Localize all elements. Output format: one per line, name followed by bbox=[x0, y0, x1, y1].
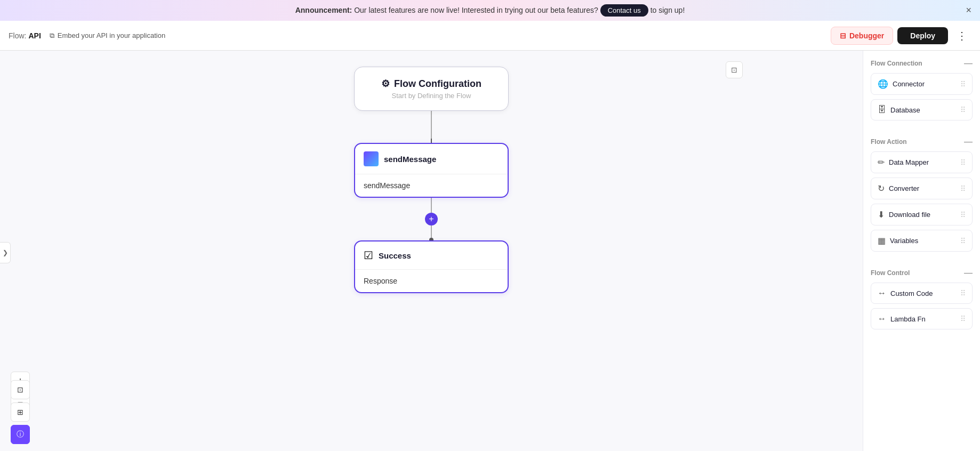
flow-action-section: Flow Action — ✏ Data Mapper ⠿ ↻ Converte… bbox=[863, 129, 980, 260]
custom-code-icon: ↔ bbox=[878, 288, 886, 298]
download-file-label: Download file bbox=[889, 211, 930, 219]
node-success-header: ☑ Success bbox=[355, 241, 508, 270]
header: Flow: API ⧉ Embed your API in your appli… bbox=[0, 21, 980, 51]
flow-control-title: Flow Control bbox=[871, 269, 910, 277]
flow-action-header: Flow Action — bbox=[871, 138, 973, 146]
converter-label: Converter bbox=[889, 184, 919, 192]
flow-connection-section: Flow Connection — 🌐 Connector ⠿ 🗄 Databa… bbox=[863, 51, 980, 129]
copy-icon: ⧉ bbox=[50, 31, 54, 40]
node-action-card[interactable]: sendMessage sendMessage bbox=[354, 143, 509, 198]
connector-drag-icon: ⠿ bbox=[960, 80, 966, 88]
node-action-icon bbox=[364, 151, 379, 166]
announcement-bar: Announcement: Our latest features are no… bbox=[0, 0, 980, 21]
database-drag-icon: ⠿ bbox=[960, 106, 966, 114]
flow-name: API bbox=[28, 31, 41, 40]
converter-item[interactable]: ↻ Converter ⠿ bbox=[871, 178, 973, 199]
announcement-text: Announcement: Our latest features are no… bbox=[295, 4, 685, 17]
main-area: ❯ ⊡ ⚙ Flow Configuration Start by Defini… bbox=[0, 51, 980, 451]
debugger-button[interactable]: ⊟ Debugger bbox=[831, 27, 893, 45]
data-mapper-item[interactable]: ✏ Data Mapper ⠿ bbox=[871, 151, 973, 173]
embed-link[interactable]: ⧉ Embed your API in your application bbox=[50, 31, 165, 40]
custom-code-label: Custom Code bbox=[890, 289, 933, 297]
contact-us-button[interactable]: Contact us bbox=[600, 4, 648, 17]
node-config-card[interactable]: ⚙ Flow Configuration Start by Defining t… bbox=[354, 67, 509, 111]
variables-icon: ▦ bbox=[878, 236, 886, 246]
variables-drag-icon: ⠿ bbox=[960, 237, 966, 245]
node-action-header: sendMessage bbox=[355, 144, 508, 174]
node-action-title: sendMessage bbox=[384, 155, 436, 164]
flow-control-header: Flow Control — bbox=[871, 269, 973, 277]
flow-connection-header: Flow Connection — bbox=[871, 59, 973, 68]
flow-action-title: Flow Action bbox=[871, 138, 907, 146]
flow-label: Flow: API bbox=[9, 31, 41, 40]
database-label: Database bbox=[890, 106, 920, 114]
download-file-item[interactable]: ⬇ Download file ⠿ bbox=[871, 204, 973, 226]
deploy-button[interactable]: Deploy bbox=[897, 27, 948, 44]
announcement-close-button[interactable]: × bbox=[966, 5, 971, 16]
send-message-node[interactable]: sendMessage sendMessage bbox=[354, 143, 509, 198]
data-mapper-label: Data Mapper bbox=[889, 158, 929, 166]
info-button[interactable]: ⓘ bbox=[11, 425, 30, 444]
gear-icon: ⚙ bbox=[381, 78, 390, 90]
add-node-button[interactable]: + bbox=[425, 213, 438, 226]
flow-control-section: Flow Control — ↔ Custom Code ⠿ ↔ Lambda … bbox=[863, 260, 980, 338]
connector-line-2: + bbox=[431, 198, 432, 240]
grid-view-button[interactable]: ⊞ bbox=[11, 402, 30, 422]
flow-connection-collapse[interactable]: — bbox=[964, 59, 973, 68]
more-options-button[interactable]: ⋮ bbox=[952, 27, 971, 44]
node-success-body: Response bbox=[355, 270, 508, 292]
custom-code-drag-icon: ⠿ bbox=[960, 289, 966, 297]
flow-canvas: ⚙ Flow Configuration Start by Defining t… bbox=[0, 51, 863, 451]
data-mapper-drag-icon: ⠿ bbox=[960, 158, 966, 167]
database-item[interactable]: 🗄 Database ⠿ bbox=[871, 99, 973, 120]
node-success-label: Response bbox=[364, 277, 397, 285]
panel-expand-button[interactable]: ⊡ bbox=[726, 61, 743, 78]
header-actions: ⊟ Debugger Deploy ⋮ bbox=[831, 27, 971, 45]
variables-item[interactable]: ▦ Variables ⠿ bbox=[871, 230, 973, 252]
lambda-fn-icon: ↔ bbox=[878, 314, 886, 324]
custom-code-item[interactable]: ↔ Custom Code ⠿ bbox=[871, 283, 973, 304]
success-icon: ☑ bbox=[364, 249, 373, 262]
node-config-subtitle: Start by Defining the Flow bbox=[371, 92, 492, 100]
data-mapper-icon: ✏ bbox=[878, 157, 885, 167]
connector-globe-icon: 🌐 bbox=[878, 79, 888, 89]
converter-drag-icon: ⠿ bbox=[960, 184, 966, 193]
flow-action-collapse[interactable]: — bbox=[964, 138, 973, 146]
node-success-title: Success bbox=[379, 251, 411, 260]
download-file-drag-icon: ⠿ bbox=[960, 211, 966, 219]
connector-item[interactable]: 🌐 Connector ⠿ bbox=[871, 73, 973, 95]
variables-label: Variables bbox=[890, 237, 918, 245]
node-action-body: sendMessage bbox=[355, 174, 508, 197]
lambda-fn-label: Lambda Fn bbox=[890, 315, 926, 323]
connector-label: Connector bbox=[893, 80, 925, 88]
success-node[interactable]: ☑ Success Response bbox=[354, 240, 509, 293]
connector-line-1 bbox=[431, 111, 432, 143]
converter-icon: ↻ bbox=[878, 183, 885, 194]
flow-control-collapse[interactable]: — bbox=[964, 269, 973, 277]
node-success-card[interactable]: ☑ Success Response bbox=[354, 240, 509, 293]
database-icon: 🗄 bbox=[878, 105, 886, 115]
left-panel-toggle[interactable]: ❯ bbox=[0, 242, 11, 263]
svg-point-1 bbox=[431, 139, 432, 143]
lambda-fn-drag-icon: ⠿ bbox=[960, 315, 966, 323]
node-config-title: ⚙ Flow Configuration bbox=[371, 78, 492, 90]
debugger-icon: ⊟ bbox=[840, 31, 846, 40]
bottom-controls: ⊡ ⊞ ⓘ bbox=[11, 380, 30, 444]
canvas: ❯ ⊡ ⚙ Flow Configuration Start by Defini… bbox=[0, 51, 863, 451]
flow-connection-title: Flow Connection bbox=[871, 60, 922, 67]
right-panel: Flow Connection — 🌐 Connector ⠿ 🗄 Databa… bbox=[863, 51, 980, 451]
flow-config-node[interactable]: ⚙ Flow Configuration Start by Defining t… bbox=[354, 67, 509, 111]
node-action-label: sendMessage bbox=[364, 181, 410, 190]
fit-view-button[interactable]: ⊡ bbox=[11, 380, 30, 399]
download-file-icon: ⬇ bbox=[878, 210, 885, 220]
lambda-fn-item[interactable]: ↔ Lambda Fn ⠿ bbox=[871, 308, 973, 329]
